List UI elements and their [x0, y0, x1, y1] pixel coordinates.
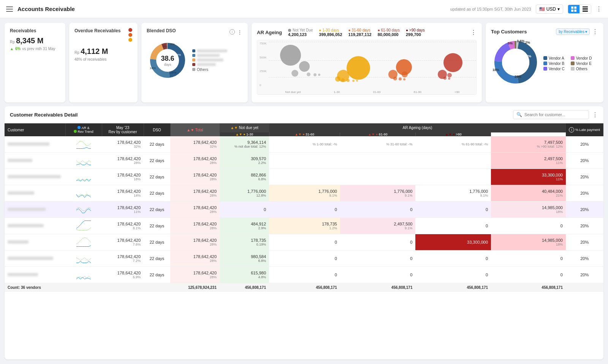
legend-others: Others [197, 68, 208, 72]
col-rev: May '23Rev by customer [102, 123, 144, 136]
ar-31-60-cell [340, 169, 416, 185]
svg-rect-4 [583, 6, 588, 7]
rev-cell: 178,642,420 7.2% [102, 251, 144, 267]
ar-61-90-cell: 1,776,000 9.1% [415, 185, 491, 202]
not-due-cell: 9,364,114 % not due total: 12% [220, 136, 269, 153]
footer-61-90: 456,808,171 [415, 283, 491, 292]
ar-90plus-cell: 0 [491, 251, 566, 267]
rev-cell: 178,642,420 8.1% [102, 218, 144, 234]
rev-cell: 178,642,420 11% [102, 202, 144, 218]
hamburger-menu[interactable] [6, 6, 13, 12]
grid-view-button[interactable] [568, 5, 580, 13]
overdue-value: 4,112 M [81, 47, 108, 55]
ar-1-30-cell: 0 [269, 267, 340, 283]
receivables-card: Receivables Rp 8,345 M ▲ 6% vs prev mth … [5, 23, 65, 102]
total-cell: 178,642,420 28% [170, 169, 220, 185]
not-due-cell: 484,912 2.9% [220, 218, 269, 234]
chevron-down-icon-receivables: ▾ [585, 30, 587, 34]
dso-cell: 22 days [144, 234, 170, 251]
table-row: 178,642,420 32% 22 days 178,642,420 32% … [5, 136, 603, 153]
ar-90plus-cell: 2,497,500 11% [491, 153, 566, 169]
customer-name-cell [5, 267, 65, 283]
dso-cell: 22 days [144, 136, 170, 153]
ar-aging-title: AR Ageing [257, 30, 282, 35]
not-due-cell: 882,866 6.8% [220, 169, 269, 185]
not-due-cell: 1,776,000 12.8% [220, 185, 269, 202]
svg-point-20 [502, 49, 529, 76]
ar-61-90-cell [415, 169, 491, 185]
bubble-61-90-small2 [443, 77, 446, 80]
search-icon: 🔍 [516, 112, 522, 117]
late-payment-cell: 20% [566, 218, 603, 234]
by-receivables-button[interactable]: by Receivables ▾ [556, 28, 590, 35]
currency-selector[interactable]: 🇺🇸 USD ▾ [536, 5, 563, 14]
by-receivables-label: by Receivables [559, 30, 584, 34]
customer-search-box[interactable]: 🔍 [513, 110, 589, 119]
currency-label: USD [546, 6, 556, 12]
ar-31-60-cell [340, 153, 416, 169]
dso-cell: 22 days [144, 185, 170, 202]
sparkline-cell [65, 185, 102, 202]
svg-rect-0 [571, 6, 573, 9]
ar-61-90-cell [415, 153, 491, 169]
late-payment-cell: 20% [566, 185, 603, 202]
total-cell: 178,642,420 28% [170, 251, 220, 267]
footer-1-30: 456,808,171 [269, 283, 340, 292]
total-cell: 178,642,420 28% [170, 218, 220, 234]
bubble-not-due-tiny3 [318, 74, 320, 76]
dso-cell: 22 days [144, 218, 170, 234]
ar-aging-more-button[interactable]: ⋮ [470, 29, 477, 36]
sparkline-cell [65, 153, 102, 169]
customer-name-cell [5, 202, 65, 218]
bubble-not-due-tiny2 [314, 73, 317, 76]
info-icon[interactable]: i [230, 29, 235, 35]
table-title: Customer Receivables Detail [10, 112, 78, 118]
late-payment-info-icon[interactable]: i [569, 127, 574, 132]
ar-31-60-cell: 0 [340, 234, 416, 251]
total-cell: 178,642,420 28% [170, 267, 220, 283]
blended-dso-card: Blended DSO i ⋮ [141, 23, 248, 102]
svg-rect-6 [583, 9, 588, 10]
rev-cell: 178,642,420 18% [102, 169, 144, 185]
late-payment-cell: 20% [566, 169, 603, 185]
late-payment-cell: 20% [566, 251, 603, 267]
bubble-31-60-med2 [402, 71, 408, 77]
bubble-61-90-large [443, 53, 462, 72]
customer-receivables-table: Customer Receivables Detail 🔍 ⋮ Customer [5, 106, 603, 359]
legend-item-3 [197, 58, 223, 61]
ar-31-60-cell: 2,497,500 9.1% [340, 218, 416, 234]
blended-dso-more-button[interactable]: ⋮ [237, 29, 242, 35]
top-customers-more-button[interactable]: ⋮ [592, 28, 598, 35]
sparkline-cell [65, 136, 102, 153]
search-input[interactable] [524, 112, 586, 117]
ar-90plus-cell: 40,484,000 21% [491, 185, 566, 202]
pct-48: 48% [175, 53, 181, 57]
col-late-payment: i % Late payment [566, 123, 603, 136]
page-title: Accounts Receivable [17, 6, 75, 12]
bubble-not-due-med [299, 61, 310, 72]
pct-5: 5% [163, 45, 167, 48]
table-row: 178,642,420 6.9% 22 days 178,642,420 28%… [5, 267, 603, 283]
top-customers-title: Top Customers [491, 29, 527, 35]
overdue-title: Overdue Receivables [74, 28, 120, 33]
table-more-button[interactable]: ⋮ [592, 111, 598, 118]
bubble-1-30-small3 [347, 79, 350, 82]
pct-28: 28% [170, 71, 176, 74]
svg-rect-5 [583, 8, 588, 9]
ar-aging-legend: Not Yet Due 4,200,123 ● 1-30 days 399,89… [288, 28, 425, 37]
legend-item-2 [197, 54, 220, 57]
ar-90plus-cell: 7,497,500 % >90 total: 12% [491, 136, 566, 153]
bubble-1-30-large [347, 56, 370, 80]
ar-31-60-cell: 0 [340, 267, 416, 283]
col-61-90: ▲▼ ● 61-90 [340, 132, 416, 136]
list-view-button[interactable] [580, 5, 591, 13]
header-more-button[interactable]: ⋮ [596, 5, 602, 13]
x-axis-labels: Not due yet1-3031-6061-90>90 [269, 90, 476, 94]
table-row: 178,642,420 7.6% 22 days 178,642,420 28%… [5, 234, 603, 251]
rev-cell: 178,642,420 28% [102, 153, 144, 169]
footer-count: Count: 36 vendors [5, 283, 170, 292]
sparkline-cell [65, 169, 102, 185]
bubble-not-due-tiny1 [307, 72, 310, 76]
table-row: 178,642,420 7.2% 22 days 178,642,420 28%… [5, 251, 603, 267]
table-row: 178,642,420 18% 22 days 178,642,420 28% … [5, 169, 603, 185]
